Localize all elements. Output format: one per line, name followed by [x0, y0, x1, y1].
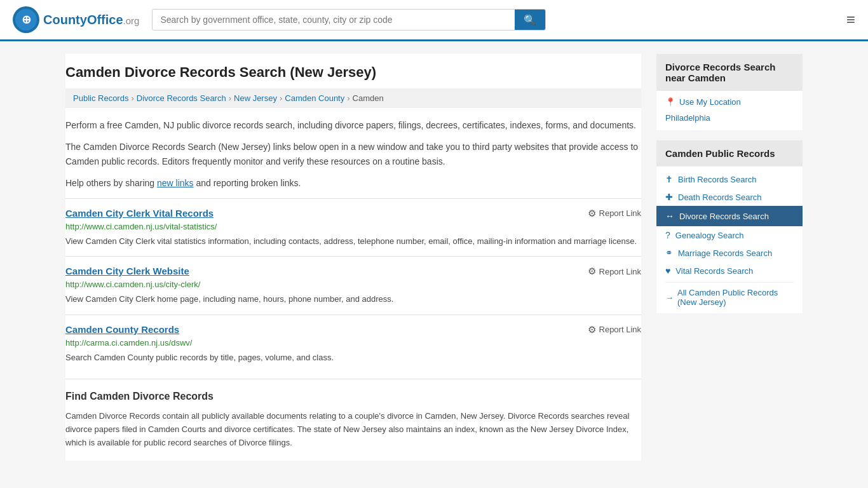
svg-text:⊕: ⊕	[22, 13, 31, 26]
arrow-icon: →	[665, 293, 674, 302]
report-icon: ⚙	[588, 208, 596, 219]
sidebar: Divorce Records Search near Camden 📍 Use…	[656, 54, 803, 461]
record-desc-1: View Camden City Clerk vital statistics …	[65, 235, 641, 248]
sidebar-item-death-records[interactable]: ✚ Death Records Search	[665, 188, 794, 206]
breadcrumb-new-jersey[interactable]: New Jersey	[234, 93, 277, 103]
divorce-records-label: Divorce Records Search	[679, 212, 769, 221]
record-url-3[interactable]: http://carma.ci.camden.nj.us/dswv/	[65, 338, 641, 348]
description-para3: Help others by sharing new links and rep…	[65, 176, 641, 190]
description-para2: The Camden Divorce Records Search (New J…	[65, 140, 641, 168]
record-url-1[interactable]: http://www.ci.camden.nj.us/vital-statist…	[65, 222, 641, 231]
sidebar-item-vital-records[interactable]: ♥ Vital Records Search	[665, 262, 794, 280]
sidebar-item-marriage-records[interactable]: ⚭ Marriage Records Search	[665, 244, 794, 262]
record-title-1[interactable]: Camden City Clerk Vital Records	[65, 208, 214, 219]
record-desc-2: View Camden City Clerk home page, includ…	[65, 293, 641, 306]
description-para1: Perform a free Camden, NJ public divorce…	[65, 118, 641, 132]
report-link-3[interactable]: ⚙ Report Link	[588, 324, 641, 336]
report-icon: ⚙	[588, 324, 596, 336]
marriage-icon: ⚭	[665, 248, 673, 258]
location-icon: 📍	[665, 97, 675, 107]
hamburger-icon: ≡	[846, 11, 855, 28]
sidebar-nearby-header: Divorce Records Search near Camden	[656, 54, 803, 91]
sidebar-city-philadelphia[interactable]: Philadelphia	[665, 112, 794, 124]
use-location-link[interactable]: Use My Location	[679, 97, 741, 107]
sidebar-all-records-link[interactable]: → All Camden Public Records (New Jersey)	[665, 282, 794, 309]
genealogy-icon: ?	[665, 230, 670, 240]
logo[interactable]: ⊕ CountyOffice.org	[13, 6, 139, 33]
report-link-1[interactable]: ⚙ Report Link	[588, 208, 641, 219]
find-section: Find Camden Divorce Records Camden Divor…	[65, 379, 641, 461]
marriage-records-label: Marriage Records Search	[678, 248, 772, 258]
sidebar-public-records-section: Camden Public Records ✝ Birth Records Se…	[656, 140, 803, 313]
divorce-icon: ↔	[665, 211, 674, 221]
vital-icon: ♥	[665, 266, 670, 276]
sidebar-item-divorce-records[interactable]: ↔ Divorce Records Search	[656, 206, 803, 226]
report-icon: ⚙	[588, 266, 596, 277]
records-list: Camden City Clerk Vital Records ⚙ Report…	[65, 198, 641, 373]
genealogy-label: Genealogy Search	[675, 231, 744, 240]
death-records-label: Death Records Search	[678, 193, 762, 202]
search-input[interactable]	[153, 10, 515, 30]
search-icon: 🔍	[524, 15, 536, 25]
record-item: Camden County Records ⚙ Report Link http…	[65, 315, 641, 373]
find-para: Camden Divorce Records contain all publi…	[65, 410, 641, 449]
record-item: Camden City Clerk Vital Records ⚙ Report…	[65, 198, 641, 257]
vital-records-label: Vital Records Search	[675, 266, 753, 276]
breadcrumb-divorce-records-search[interactable]: Divorce Records Search	[137, 93, 226, 103]
birth-records-label: Birth Records Search	[678, 175, 757, 184]
report-link-2[interactable]: ⚙ Report Link	[588, 266, 641, 277]
search-bar: 🔍	[152, 9, 546, 30]
page-title: Camden Divorce Records Search (New Jerse…	[65, 54, 641, 88]
breadcrumb: Public Records › Divorce Records Search …	[65, 88, 641, 108]
sidebar-nearby-section: Divorce Records Search near Camden 📍 Use…	[656, 54, 803, 130]
death-icon: ✚	[665, 192, 673, 202]
record-desc-3: Search Camden County public records by t…	[65, 351, 641, 364]
find-title: Find Camden Divorce Records	[65, 391, 641, 402]
sidebar-public-records-header: Camden Public Records	[656, 140, 803, 166]
breadcrumb-public-records[interactable]: Public Records	[73, 93, 128, 103]
all-records-label: All Camden Public Records (New Jersey)	[677, 288, 794, 307]
sidebar-item-genealogy[interactable]: ? Genealogy Search	[665, 226, 794, 244]
new-links-link[interactable]: new links	[157, 178, 194, 188]
record-title-3[interactable]: Camden County Records	[65, 324, 179, 335]
breadcrumb-camden: Camden	[353, 93, 384, 103]
record-url-2[interactable]: http://www.ci.camden.nj.us/city-clerk/	[65, 280, 641, 289]
record-title-2[interactable]: Camden City Clerk Website	[65, 266, 189, 276]
birth-icon: ✝	[665, 174, 673, 184]
search-button[interactable]: 🔍	[515, 10, 545, 30]
sidebar-item-birth-records[interactable]: ✝ Birth Records Search	[665, 170, 794, 188]
logo-icon: ⊕	[13, 6, 39, 33]
breadcrumb-camden-county[interactable]: Camden County	[285, 93, 344, 103]
record-item: Camden City Clerk Website ⚙ Report Link …	[65, 256, 641, 315]
use-my-location[interactable]: 📍 Use My Location	[665, 97, 794, 107]
logo-text: CountyOffice.org	[43, 13, 139, 27]
menu-button[interactable]: ≡	[846, 12, 855, 27]
